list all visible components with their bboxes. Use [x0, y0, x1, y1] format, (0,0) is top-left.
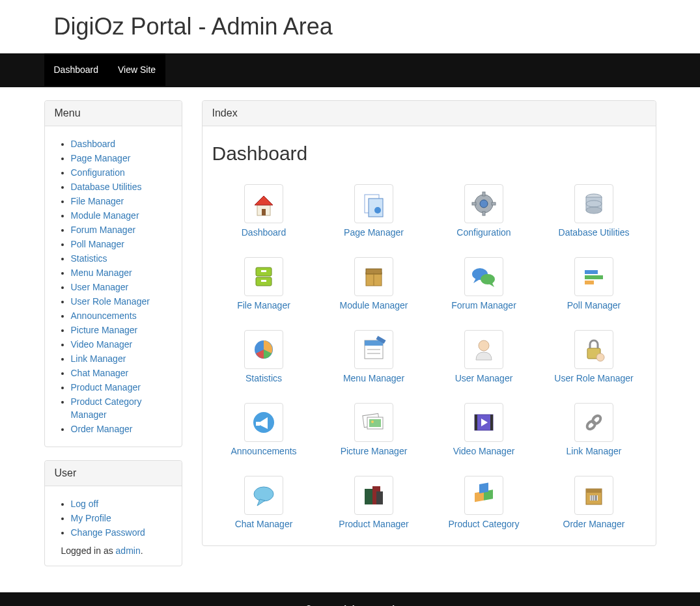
pages-icon [354, 184, 393, 223]
tile-picture-manager[interactable]: Picture Manager [322, 403, 426, 456]
menu-link-file-manager[interactable]: File Manager [71, 196, 124, 206]
menu-heading: Menu [45, 101, 182, 126]
menu-link-forum-manager[interactable]: Forum Manager [71, 225, 136, 235]
menu-link-announcements[interactable]: Announcements [71, 310, 137, 321]
tile-label: User Manager [432, 373, 536, 383]
icon-grid: DashboardPage ManagerConfigurationDataba… [212, 178, 646, 536]
logged-in-user-link[interactable]: admin [116, 545, 141, 556]
tile-poll-manager[interactable]: Poll Manager [542, 257, 646, 310]
content-title: Dashboard [212, 143, 646, 165]
tile-user-manager[interactable]: User Manager [432, 330, 536, 383]
menu-link-order-manager[interactable]: Order Manager [71, 424, 133, 434]
lock-icon [574, 330, 613, 369]
menu-icon [354, 330, 393, 369]
footer: © 2015 DigiOz Portal [0, 592, 700, 606]
tile-label: Dashboard [212, 227, 316, 238]
tile-database-utilities[interactable]: Database Utilities [542, 184, 646, 238]
tile-label: File Manager [212, 300, 316, 310]
pie-icon [244, 330, 283, 369]
menu-link-configuration[interactable]: Configuration [71, 167, 125, 178]
tile-label: Link Manager [542, 446, 646, 456]
user-link-log-off[interactable]: Log off [71, 499, 99, 509]
tile-module-manager[interactable]: Module Manager [322, 257, 426, 310]
tile-label: Page Manager [322, 227, 426, 238]
tile-label: Database Utilities [542, 227, 646, 238]
menu-link-dashboard[interactable]: Dashboard [71, 139, 116, 149]
tile-label: Order Manager [542, 519, 646, 529]
tile-video-manager[interactable]: Video Manager [432, 403, 536, 456]
menu-list: DashboardPage ManagerConfigurationDataba… [55, 137, 172, 435]
tile-label: Announcements [212, 446, 316, 456]
tile-dashboard[interactable]: Dashboard [212, 184, 316, 238]
tile-label: User Role Manager [542, 373, 646, 383]
page-title: DigiOz Portal - Admin Area [54, 0, 656, 53]
tile-link-manager[interactable]: Link Manager [542, 403, 646, 456]
tile-label: Video Manager [432, 446, 536, 456]
tile-chat-manager[interactable]: Chat Manager [212, 476, 316, 529]
tile-label: Menu Manager [322, 373, 426, 383]
user-heading: User [45, 461, 182, 486]
tile-label: Module Manager [322, 300, 426, 310]
content-panel: Index Dashboard DashboardPage ManagerCon… [202, 100, 656, 546]
nav-view-site[interactable]: View Site [108, 53, 165, 86]
menu-link-menu-manager[interactable]: Menu Manager [71, 268, 132, 278]
tile-product-category[interactable]: Product Category [432, 476, 536, 529]
user-link-change-password[interactable]: Change Password [71, 527, 145, 538]
tile-label: Picture Manager [322, 446, 426, 456]
logged-in-text: Logged in as admin. [55, 545, 172, 556]
nav-dashboard[interactable]: Dashboard [44, 53, 109, 86]
user-list: Log offMy ProfileChange Password [55, 497, 172, 539]
menu-link-poll-manager[interactable]: Poll Manager [71, 239, 125, 249]
chatbubbles-icon [464, 257, 503, 296]
tile-label: Product Category [432, 519, 536, 529]
tile-label: Configuration [432, 227, 536, 238]
tile-label: Poll Manager [542, 300, 646, 310]
tile-label: Chat Manager [212, 519, 316, 529]
tile-statistics[interactable]: Statistics [212, 330, 316, 383]
menu-link-product-category-manager[interactable]: Product Category Manager [71, 396, 142, 420]
tile-forum-manager[interactable]: Forum Manager [432, 257, 536, 310]
user-link-my-profile[interactable]: My Profile [71, 513, 111, 523]
menu-link-user-role-manager[interactable]: User Role Manager [71, 296, 150, 307]
chat-icon [244, 476, 283, 515]
menu-link-picture-manager[interactable]: Picture Manager [71, 325, 138, 335]
tile-file-manager[interactable]: File Manager [212, 257, 316, 310]
menu-link-video-manager[interactable]: Video Manager [71, 339, 133, 350]
tile-user-role-manager[interactable]: User Role Manager [542, 330, 646, 383]
database-icon [574, 184, 613, 223]
user-icon [464, 330, 503, 369]
content-panel-heading: Index [203, 101, 656, 126]
filecab-icon [244, 257, 283, 296]
order-icon [574, 476, 613, 515]
products-icon [354, 476, 393, 515]
tile-announcements[interactable]: Announcements [212, 403, 316, 456]
menu-link-chat-manager[interactable]: Chat Manager [71, 368, 129, 378]
menu-panel: Menu DashboardPage ManagerConfigurationD… [44, 100, 182, 447]
home-icon [244, 184, 283, 223]
menu-link-product-manager[interactable]: Product Manager [71, 382, 141, 393]
tile-configuration[interactable]: Configuration [432, 184, 536, 238]
menu-link-link-manager[interactable]: Link Manager [71, 353, 126, 364]
tile-label: Forum Manager [432, 300, 536, 310]
tile-page-manager[interactable]: Page Manager [322, 184, 426, 238]
pictures-icon [354, 403, 393, 442]
menu-link-module-manager[interactable]: Module Manager [71, 210, 139, 221]
gear-icon [464, 184, 503, 223]
category-icon [464, 476, 503, 515]
tile-product-manager[interactable]: Product Manager [322, 476, 426, 529]
bars-icon [574, 257, 613, 296]
tile-label: Product Manager [322, 519, 426, 529]
menu-link-statistics[interactable]: Statistics [71, 253, 107, 264]
link-icon [574, 403, 613, 442]
tile-menu-manager[interactable]: Menu Manager [322, 330, 426, 383]
box-icon [354, 257, 393, 296]
navbar: Dashboard View Site [0, 53, 700, 87]
user-panel: User Log offMy ProfileChange Password Lo… [44, 460, 182, 566]
menu-link-user-manager[interactable]: User Manager [71, 282, 129, 292]
menu-link-page-manager[interactable]: Page Manager [71, 153, 131, 163]
megaphone-icon [244, 403, 283, 442]
tile-label: Statistics [212, 373, 316, 383]
menu-link-database-utilities[interactable]: Database Utilities [71, 182, 142, 192]
tile-order-manager[interactable]: Order Manager [542, 476, 646, 529]
video-icon [464, 403, 503, 442]
